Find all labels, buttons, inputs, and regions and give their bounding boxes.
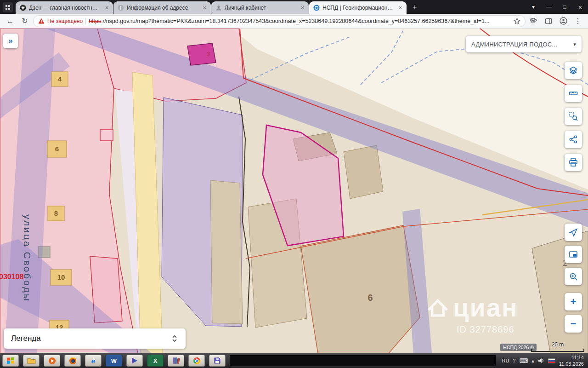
layers-button[interactable] — [565, 62, 582, 79]
legend-collapse-icon[interactable] — [171, 334, 178, 343]
tab-nspd-active[interactable]: НСПД | Геоинформационный п × — [309, 1, 407, 14]
window-close-button[interactable]: × — [572, 0, 588, 14]
tab-close-icon[interactable]: × — [397, 4, 404, 11]
profile-avatar-icon[interactable] — [557, 15, 570, 28]
building-label-6: 6 — [368, 293, 373, 303]
zoom-out-button[interactable]: − — [565, 315, 582, 333]
windows-taskbar: e W X RU ? ⌨ ▴ 11:14 11.03.2026 — [0, 353, 588, 368]
back-icon[interactable]: ← — [4, 15, 17, 28]
sidebar-expand-button[interactable]: » — [3, 34, 18, 48]
url-text: https://nspd.gov.ru/map?thematic=PKK&zoo… — [89, 18, 511, 24]
excel-icon[interactable]: X — [147, 355, 164, 367]
browser-menu-icon[interactable]: ⋮ — [571, 15, 584, 28]
zoom-in-button[interactable]: + — [565, 293, 582, 310]
window-controls: ▾ — □ × — [526, 0, 588, 14]
omnibox-divider — [85, 18, 86, 24]
start-button[interactable] — [2, 355, 19, 367]
tab-title: Информация об адресе — [127, 5, 198, 11]
map-canvas[interactable]: 4 6 8 10 12 3 6 2 030108 улица Свободы — [0, 29, 588, 353]
firefox-icon[interactable] — [64, 355, 81, 367]
organization-dropdown[interactable]: АДМИНИСТРАЦИЯ ПОДОС... ▾ — [466, 36, 582, 52]
volume-icon[interactable] — [538, 358, 544, 363]
tray-time: 11:14 — [559, 354, 584, 361]
organization-dropdown-value: АДМИНИСТРАЦИЯ ПОДОС... — [471, 41, 557, 48]
building-6[interactable] — [301, 225, 420, 353]
map-viewport[interactable]: 4 6 8 10 12 3 6 2 030108 улица Свободы »… — [0, 29, 588, 353]
scale-label: 20 m — [531, 341, 584, 348]
tray-date: 11.03.2026 — [559, 361, 584, 367]
geolocation-button[interactable] — [565, 224, 582, 241]
print-button[interactable] — [565, 154, 582, 171]
parcel-label-6: 6 — [55, 145, 59, 153]
building-magenta[interactable] — [187, 43, 216, 65]
legend-panel[interactable]: Легенда — [4, 328, 186, 349]
zoom-to-area-button[interactable] — [565, 268, 582, 285]
internet-explorer-icon[interactable]: e — [85, 355, 102, 367]
word-icon[interactable]: W — [106, 355, 122, 367]
share-button[interactable] — [565, 131, 582, 148]
address-bar[interactable]: Не защищено https://nspd.gov.ru/map?them… — [33, 15, 526, 27]
new-tab-button[interactable]: + — [409, 1, 421, 13]
area-search-button[interactable] — [565, 108, 582, 125]
tab-title: Личный кабинет — [225, 5, 296, 11]
zoom-controls: + − — [565, 293, 582, 333]
chrome-icon[interactable] — [188, 355, 205, 367]
parcel-label-10: 10 — [57, 273, 65, 281]
dzen-favicon-icon — [20, 5, 26, 11]
taskbar-empty-area — [230, 355, 496, 366]
overview-map-button[interactable] — [565, 246, 582, 263]
red-outline-object — [100, 130, 113, 141]
help-tray-icon[interactable]: ? — [513, 358, 515, 363]
info-favicon-icon — [118, 5, 124, 11]
street-name-label: улица Свободы — [22, 214, 33, 302]
save-floppy-icon[interactable] — [209, 355, 226, 367]
legend-title: Легенда — [11, 334, 41, 343]
scale-control: 20 m — [531, 341, 584, 352]
security-warning-icon — [38, 18, 45, 24]
taskbar-clock[interactable]: 11:14 11.03.2026 — [559, 354, 584, 368]
tab-close-icon[interactable]: × — [103, 4, 110, 11]
map-tools-group-1 — [565, 62, 582, 171]
tab-title: НСПД | Геоинформационный п — [322, 5, 394, 11]
url-rest: ://nspd.gov.ru/map?thematic=PKK&zoom=18.… — [101, 18, 489, 24]
side-panel-icon[interactable] — [542, 15, 555, 28]
url-scheme: https — [89, 18, 101, 24]
media-app-icon[interactable] — [44, 355, 60, 367]
person-favicon-icon — [215, 5, 222, 11]
window-maximize-button[interactable]: □ — [557, 0, 572, 14]
scale-bar — [531, 349, 584, 352]
system-tray: RU ? ⌨ ▴ 11:14 11.03.2026 — [500, 354, 586, 368]
parcel-label-4: 4 — [58, 75, 62, 83]
tab-address-info[interactable]: Информация об адресе × — [113, 1, 211, 14]
security-warning-label: Не защищено — [47, 18, 83, 24]
chevron-down-icon: ▾ — [573, 41, 576, 47]
extensions-puzzle-icon[interactable] — [527, 15, 540, 28]
tab-dzen[interactable]: Дзен — главная новостная инф × — [16, 1, 113, 14]
measure-ruler-button[interactable] — [565, 85, 582, 102]
building — [210, 180, 243, 324]
parcel-label-3: 3 — [207, 51, 210, 58]
browser-toolbar: ← ↻ Не защищено https://nspd.gov.ru/map?… — [0, 14, 588, 29]
building — [344, 145, 383, 199]
tab-personal-cabinet[interactable]: Личный кабинет × — [211, 1, 309, 14]
window-minimize-button[interactable]: — — [541, 0, 557, 14]
browser-tab-strip: Дзен — главная новостная инф × Информаци… — [0, 0, 588, 14]
tab-close-icon[interactable]: × — [201, 4, 208, 11]
bookmark-star-icon[interactable] — [514, 17, 520, 24]
explorer-folder-icon[interactable] — [23, 355, 40, 367]
language-flag-icon[interactable] — [548, 358, 555, 363]
tab-close-icon[interactable]: × — [299, 4, 306, 11]
hidden-icons-chevron[interactable]: ▴ — [531, 358, 534, 364]
keyboard-tray-icon[interactable]: ⌨ — [519, 357, 528, 364]
reload-icon[interactable]: ↻ — [18, 15, 31, 28]
tab-strip-menu-icon[interactable] — [3, 2, 13, 12]
map-tools-group-2 — [565, 224, 582, 285]
media-player-icon[interactable] — [126, 355, 143, 367]
quarter-number-label: 030108 — [0, 273, 23, 281]
winrar-icon[interactable] — [168, 355, 184, 367]
tab-title: Дзен — главная новостная инф — [29, 5, 101, 11]
nspd-favicon-icon — [313, 5, 320, 11]
language-indicator[interactable]: RU — [502, 358, 509, 363]
parcel-label-8: 8 — [54, 209, 58, 217]
tab-search-icon[interactable]: ▾ — [526, 0, 541, 14]
